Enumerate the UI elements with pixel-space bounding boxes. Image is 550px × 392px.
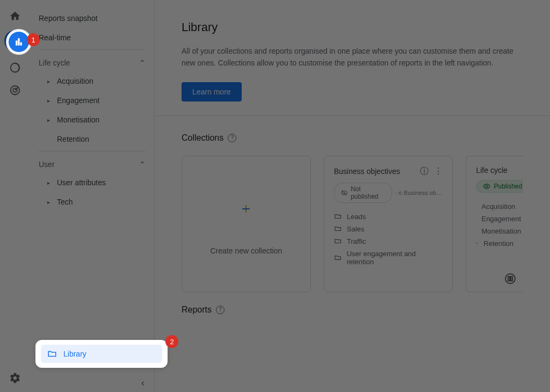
- chip-extra: · ⎋ Business objec…: [395, 190, 443, 196]
- collapse-nav-icon[interactable]: ‹: [141, 378, 144, 389]
- list-item[interactable]: Leads: [334, 213, 443, 221]
- chevron-up-icon: ⌃: [139, 160, 146, 169]
- nav-label: Retention: [57, 135, 89, 143]
- business-objectives-card[interactable]: Business objectives ⓘ ⋮ Not published · …: [324, 156, 453, 292]
- help-icon[interactable]: ?: [216, 306, 225, 314]
- card-title: Business objectives: [334, 167, 400, 176]
- nav-reports-snapshot[interactable]: Reports snapshot: [30, 9, 154, 28]
- home-icon[interactable]: [9, 10, 21, 23]
- card-list: Leads Sales Traffic User engagement and …: [334, 213, 443, 266]
- library-label: Library: [63, 350, 86, 358]
- nav-label: User attributes: [57, 178, 106, 187]
- explore-icon[interactable]: [9, 61, 21, 74]
- plus-icon: [241, 204, 251, 225]
- nav-retention[interactable]: ▸Retention: [30, 129, 154, 149]
- reports-section: Reports ?: [155, 299, 550, 334]
- create-label: Create new collection: [210, 246, 282, 255]
- list-item[interactable]: Monetisation: [476, 227, 513, 235]
- list-item[interactable]: Acquisition: [476, 202, 513, 210]
- template-icon[interactable]: [504, 272, 517, 285]
- list-item[interactable]: Engagement: [476, 215, 513, 223]
- caret-icon: ▸: [47, 180, 54, 186]
- nav-label: Engagement: [57, 96, 99, 105]
- chip-row: Published: [476, 180, 513, 193]
- callout-library[interactable]: Library: [35, 340, 168, 368]
- item-label: Engagement: [481, 215, 521, 223]
- item-label: Traffic: [347, 237, 366, 245]
- more-icon[interactable]: ⋮: [434, 166, 443, 177]
- chevron-up-icon: ⌃: [139, 59, 146, 67]
- help-icon[interactable]: ?: [228, 134, 236, 142]
- advertising-icon[interactable]: [9, 84, 21, 97]
- heading-text: Collections: [182, 133, 223, 143]
- eye-icon: [483, 183, 490, 190]
- reports-icon-highlight: [9, 32, 29, 52]
- heading-text: Reports: [182, 305, 212, 315]
- nav-monetisation[interactable]: ▸Monetisation: [30, 110, 154, 129]
- nav-engagement[interactable]: ▸Engagement: [30, 91, 154, 110]
- nav-section-user[interactable]: User ⌃: [30, 154, 154, 173]
- list-item[interactable]: Sales: [334, 225, 443, 233]
- nav-section-label: User: [39, 160, 55, 169]
- nav-acquisition[interactable]: ▸Acquisition: [30, 71, 154, 91]
- nav-label: Tech: [57, 198, 73, 206]
- left-nav: Reports snapshot Real-time Life cycle ⌃ …: [30, 0, 155, 392]
- chip-label: Published: [494, 183, 522, 190]
- list-item[interactable]: User engagement and retention: [334, 250, 443, 266]
- item-label: Leads: [347, 213, 366, 221]
- folder-icon: [334, 225, 342, 233]
- item-label: Monetisation: [481, 227, 521, 235]
- eye-off-icon: [341, 189, 348, 197]
- folder-icon: [47, 349, 57, 359]
- card-header: Life cycle: [476, 166, 513, 175]
- caret-icon: ▸: [47, 117, 54, 123]
- library-nav-item[interactable]: Library: [41, 345, 162, 363]
- settings-icon[interactable]: [9, 372, 21, 384]
- folder-icon: [476, 239, 478, 247]
- chip-label: Not published: [351, 185, 385, 200]
- page-description: All of your collections and reports orga…: [182, 45, 523, 69]
- library-header: Library All of your collections and repo…: [155, 0, 550, 115]
- caret-icon: ▸: [47, 78, 54, 84]
- item-label: User engagement and retention: [346, 250, 443, 266]
- list-item[interactable]: Traffic: [334, 237, 443, 245]
- caret-icon: ▸: [47, 199, 54, 205]
- cards-row: Create new collection Business objective…: [182, 156, 523, 292]
- lifecycle-card[interactable]: Life cycle Published Acquisition Engagem…: [466, 156, 523, 292]
- card-actions: ⓘ ⋮: [420, 166, 443, 177]
- nav-section-lifecycle[interactable]: Life cycle ⌃: [30, 52, 154, 71]
- svg-point-5: [486, 185, 488, 187]
- learn-more-button[interactable]: Learn more: [182, 82, 242, 101]
- status-chip-not-published: Not published: [334, 183, 392, 203]
- info-icon[interactable]: ⓘ: [420, 166, 429, 177]
- item-label: Acquisition: [481, 202, 515, 210]
- nav-divider: [39, 151, 146, 151]
- svg-rect-4: [243, 208, 250, 209]
- nav-user-attributes[interactable]: ▸User attributes: [30, 173, 154, 192]
- svg-rect-7: [508, 277, 510, 281]
- callout-badge-2: 2: [165, 335, 178, 348]
- create-collection-card[interactable]: Create new collection: [182, 156, 311, 292]
- card-header: Business objectives ⓘ ⋮: [334, 166, 443, 177]
- card-list: Acquisition Engagement Monetisation Rete…: [476, 202, 513, 248]
- reports-heading: Reports ?: [182, 305, 523, 315]
- card-title: Life cycle: [476, 166, 507, 175]
- status-chip-published: Published: [476, 180, 523, 193]
- icon-rail: [0, 0, 30, 392]
- main-content: Library All of your collections and repo…: [155, 0, 550, 392]
- nav-label: Acquisition: [57, 77, 93, 85]
- caret-icon: ▸: [47, 98, 54, 104]
- collections-section: Collections ? Create new collection Busi…: [155, 116, 550, 299]
- nav-divider: [39, 49, 146, 50]
- item-label: Retention: [483, 239, 513, 248]
- nav-realtime[interactable]: Real-time: [30, 28, 154, 47]
- nav-section-label: Life cycle: [39, 59, 70, 67]
- list-item[interactable]: Retention: [476, 239, 513, 248]
- nav-tech[interactable]: ▸Tech: [30, 192, 154, 212]
- nav-label: Real-time: [39, 33, 71, 42]
- chip-row: Not published · ⎋ Business objec…: [334, 183, 443, 203]
- app-root: Reports snapshot Real-time Life cycle ⌃ …: [0, 0, 550, 392]
- nav-label: Monetisation: [57, 115, 99, 124]
- folder-icon: [334, 237, 342, 245]
- item-label: Sales: [347, 225, 365, 233]
